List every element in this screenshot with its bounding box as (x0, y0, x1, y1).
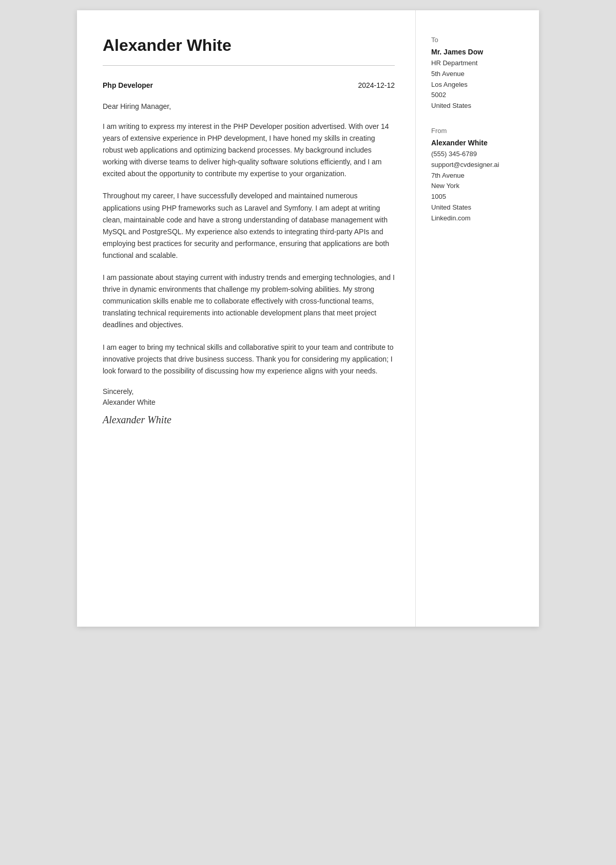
closing: Sincerely, (103, 387, 395, 396)
page: Alexander White Php Developer 2024-12-12… (77, 10, 539, 627)
sender-name: Alexander White (431, 139, 524, 147)
recipient-zip: 5002 (431, 90, 524, 101)
sender-street: 7th Avenue (431, 171, 524, 181)
author-name: Alexander White (103, 36, 395, 55)
paragraph-1: I am writing to express my interest in t… (103, 121, 395, 180)
paragraph-2: Throughout my career, I have successfull… (103, 190, 395, 261)
paragraph-4: I am eager to bring my technical skills … (103, 342, 395, 377)
signatory-name: Alexander White (103, 398, 395, 406)
to-label: To (431, 36, 524, 44)
recipient-street: 5th Avenue (431, 69, 524, 80)
recipient-name: Mr. James Dow (431, 48, 524, 56)
left-column: Alexander White Php Developer 2024-12-12… (77, 10, 416, 627)
sender-email: support@cvdesigner.ai (431, 160, 524, 171)
signature: Alexander White (103, 414, 395, 426)
sender-country: United States (431, 202, 524, 213)
recipient-city: Los Angeles (431, 80, 524, 90)
from-section: From Alexander White (555) 345-6789 supp… (431, 127, 524, 224)
divider (103, 65, 395, 66)
date: 2024-12-12 (358, 81, 395, 89)
to-section: To Mr. James Dow HR Department 5th Avenu… (431, 36, 524, 111)
meta-row: Php Developer 2024-12-12 (103, 81, 395, 89)
from-label: From (431, 127, 524, 135)
job-title: Php Developer (103, 81, 153, 89)
sender-zip: 1005 (431, 192, 524, 202)
greeting: Dear Hiring Manager, (103, 102, 395, 110)
recipient-country: United States (431, 101, 524, 111)
sender-city: New York (431, 181, 524, 192)
paragraph-3: I am passionate about staying current wi… (103, 272, 395, 331)
sender-phone: (555) 345-6789 (431, 149, 524, 160)
recipient-department: HR Department (431, 58, 524, 69)
sender-linkedin: Linkedin.com (431, 213, 524, 224)
right-column: To Mr. James Dow HR Department 5th Avenu… (416, 10, 539, 627)
